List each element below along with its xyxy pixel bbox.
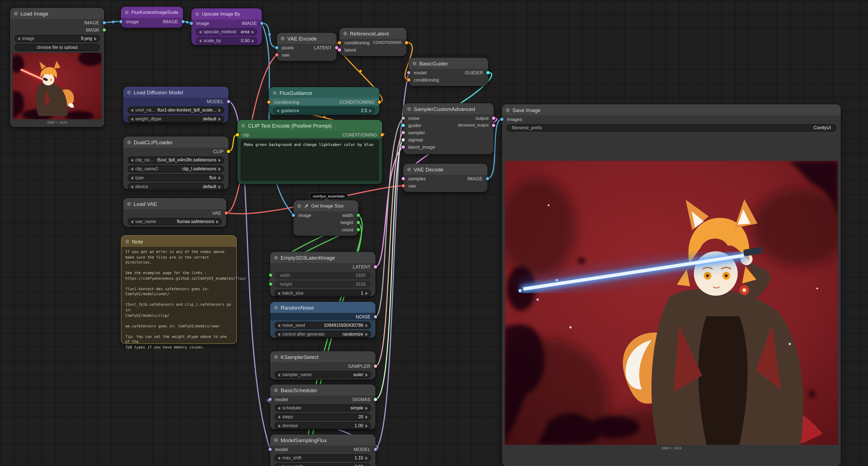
noise-output-socket[interactable] [374,315,377,318]
node-reference-latent[interactable]: ReferenceLatent conditioning CONDITIONIN… [339,28,407,56]
image-input-socket[interactable] [190,21,193,25]
image-output-socket[interactable] [260,21,264,25]
collapse-dot-icon[interactable] [274,438,278,442]
latent-input-socket[interactable] [338,48,341,51]
collapse-dot-icon[interactable] [273,91,277,95]
combo-right-arrow-icon[interactable] [94,37,96,40]
node-header[interactable]: BasicScheduler [270,384,375,396]
combo-left-arrow-icon[interactable] [278,373,280,376]
denoise-widget[interactable]: denoise 1.00 [275,422,371,429]
node-dual-clip-loader[interactable]: DualCLIPLoader CLIP clip_name1 t5xxl_fp8… [123,136,228,189]
node-header[interactable]: Load Image [10,8,104,19]
type-widget[interactable]: type flux [128,174,224,181]
model-input-socket[interactable] [269,447,272,451]
choose-file-button[interactable]: choose file to upload [14,44,100,51]
increment-arrow-icon[interactable] [366,415,368,418]
control-after-generate-widget[interactable]: control after generate randomize [275,331,371,338]
sampler-input-socket[interactable] [402,131,405,134]
combo-right-arrow-icon[interactable] [366,333,368,336]
node-basic-scheduler[interactable]: BasicScheduler model SIGMAS scheduler si… [270,384,375,429]
node-graph-canvas[interactable]: Load Image IMAGE MASK image 9.png choose… [0,0,868,466]
width-input-widget[interactable]: width 1920 [275,272,371,279]
combo-left-arrow-icon[interactable] [278,406,280,410]
node-sampler-custom-advanced[interactable]: SamplerCustomAdvanced noise output guide… [403,103,494,154]
collapse-dot-icon[interactable] [297,204,301,208]
model-input-socket[interactable] [269,398,272,401]
node-header[interactable]: CLIP Text Encode (Positive Prompt) [237,120,382,131]
node-basic-guider[interactable]: BasicGuider model GUIDER conditioning [409,58,488,86]
collapse-dot-icon[interactable] [413,61,416,65]
decrement-arrow-icon[interactable] [277,109,279,112]
combo-right-arrow-icon[interactable] [219,108,221,112]
steps-widget[interactable]: steps 20 [275,413,371,421]
vae-name-widget[interactable]: vae_name flux\ae.safetensors [128,218,222,225]
guider-input-socket[interactable] [402,123,405,127]
node-empty-sd3-latent-image[interactable]: EmptySD3LatentImage LATENT width 1920 he… [270,252,375,296]
image-output-socket[interactable] [486,177,489,180]
node-header[interactable]: Upscale Image By [191,8,262,20]
collapse-dot-icon[interactable] [407,167,411,171]
collapse-dot-icon[interactable] [281,36,284,40]
node-header[interactable]: Get Image Size [293,200,358,211]
node-load-diffusion-model[interactable]: Load Diffusion Model MODEL unet_name flu… [123,87,228,123]
combo-left-arrow-icon[interactable] [131,167,133,170]
vae-input-socket[interactable] [275,53,278,56]
conditioning-output-socket[interactable] [378,100,381,103]
combo-right-arrow-icon[interactable] [216,220,219,223]
combo-right-arrow-icon[interactable] [219,185,221,188]
combo-left-arrow-icon[interactable] [131,117,133,121]
node-note[interactable]: Note If you get an error in any of the n… [121,235,237,344]
width-input-socket[interactable] [269,274,272,277]
clip-name1-widget[interactable]: clip_name1 t5xxl_fp8_e4m3fn.safetensors [128,156,224,164]
images-input-socket[interactable] [500,117,504,121]
model-input-socket[interactable] [407,71,410,74]
clip-input-socket[interactable] [236,133,239,136]
collapse-dot-icon[interactable] [127,90,131,94]
combo-left-arrow-icon[interactable] [199,30,202,34]
image-output-socket[interactable] [181,20,185,23]
node-get-image-size[interactable]: Get Image Size image width height count [293,200,358,236]
device-widget[interactable]: device default [128,183,224,190]
combo-right-arrow-icon[interactable] [219,117,221,121]
image-combo-widget[interactable]: image 9.png [14,35,100,42]
image-input-socket[interactable] [119,20,123,23]
collapse-dot-icon[interactable] [274,355,278,359]
sigmas-output-socket[interactable] [374,398,377,401]
node-header[interactable]: KSamplerSelect [270,351,375,362]
node-save-image[interactable]: Save Image images filename_prefix ComfyU… [502,104,841,466]
node-header[interactable]: RandomNoise [270,302,375,313]
combo-right-arrow-icon[interactable] [219,158,221,162]
increment-arrow-icon[interactable] [366,456,368,460]
collapse-dot-icon[interactable] [241,123,245,127]
node-header[interactable]: Save Image [502,104,841,115]
node-header[interactable]: SamplerCustomAdvanced [403,103,494,114]
output-socket[interactable] [492,116,495,120]
collapse-dot-icon[interactable] [274,305,278,309]
node-header[interactable]: ReferenceLatent [339,28,407,39]
unet-name-widget[interactable]: unet_name flux1-dev-kontext_fp8_scale... [128,106,224,114]
node-header[interactable]: FluxKontextImageScale [121,7,183,18]
node-load-image[interactable]: Load Image IMAGE MASK image 9.png choose… [10,8,104,127]
node-random-noise[interactable]: RandomNoise NOISE noise_seed 10949159304… [270,302,375,338]
image-output-socket[interactable] [103,21,106,24]
scale-by-widget[interactable]: scale_by 0.50 [196,37,257,44]
width-output-socket[interactable] [356,213,360,217]
count-output-socket[interactable] [356,228,360,231]
collapse-dot-icon[interactable] [343,31,347,35]
decrement-arrow-icon[interactable] [199,39,202,42]
collapse-dot-icon[interactable] [195,12,199,16]
conditioning-input-socket[interactable] [407,78,410,81]
increment-arrow-icon[interactable] [366,424,368,428]
conditioning-input-socket[interactable] [267,100,271,103]
latent-image-input-socket[interactable] [402,145,405,148]
vae-input-socket[interactable] [402,184,405,187]
combo-right-arrow-icon[interactable] [366,406,368,410]
decrement-arrow-icon[interactable] [278,424,280,428]
batch-size-widget[interactable]: batch_size 1 [275,289,371,297]
model-output-socket[interactable] [227,100,230,103]
node-flux-kontext-image-scale[interactable]: FluxKontextImageScale image IMAGE [121,7,183,28]
node-upscale-image-by[interactable]: Upscale Image By image IMAGE upscale_met… [191,8,262,45]
collapse-dot-icon[interactable] [407,107,411,111]
collapse-dot-icon[interactable] [127,140,131,144]
increment-arrow-icon[interactable] [369,109,372,112]
